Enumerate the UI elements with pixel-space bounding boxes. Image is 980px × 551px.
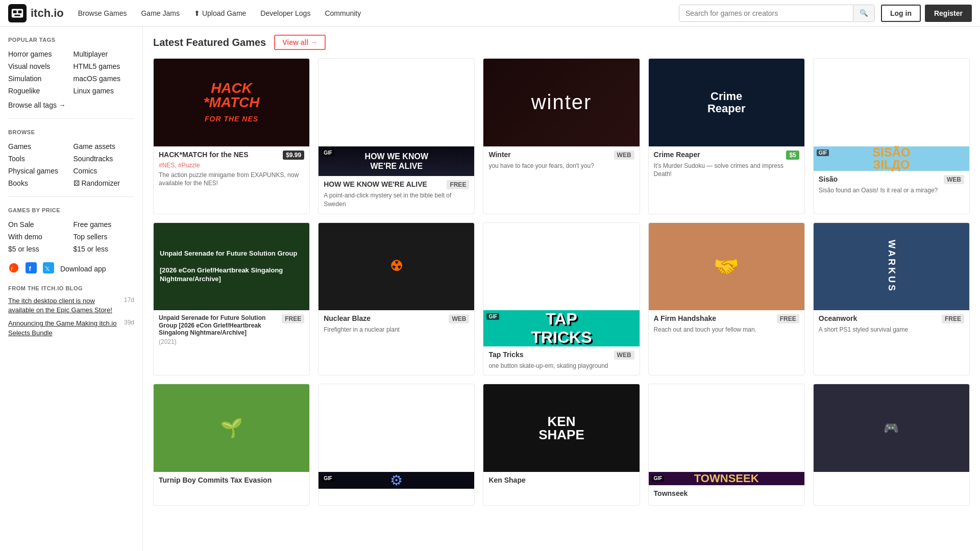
games-grid: HACK*MATCHFOR THE NES HACK*MATCH for the…	[153, 58, 970, 506]
price-with-demo[interactable]: With demo	[8, 232, 69, 242]
game-card-winter[interactable]: winter Winter WEB you have to face your …	[483, 58, 640, 214]
svg-rect-1	[13, 10, 17, 13]
browse-randomizer[interactable]: ⚄ Randomizer	[74, 178, 135, 188]
gif-badge-townseek: GIF	[652, 475, 665, 482]
blog-item-1-link[interactable]: The itch desktop client is now available…	[8, 296, 120, 315]
game-card-how-we-know[interactable]: GIF HOW WE KNOWWE'RE ALIVE HOW WE KNOW W…	[318, 58, 475, 214]
game-desc-handshake: Reach out and touch your fellow man.	[654, 325, 799, 334]
game-card-hack-match[interactable]: HACK*MATCHFOR THE NES HACK*MATCH for the…	[153, 58, 310, 214]
svg-rect-6	[26, 262, 37, 273]
game-card-handshake[interactable]: 🤝 A Firm Handshake FREE Reach out and to…	[648, 222, 805, 376]
game-info-unpaid: Unpaid Serenade for Future Solution Grou…	[154, 310, 309, 350]
popular-tags-grid: Horror games Multiplayer Visual novels H…	[8, 49, 134, 96]
game-price-unpaid: FREE	[282, 314, 304, 323]
game-info-handshake: A Firm Handshake FREE Reach out and touc…	[649, 310, 804, 339]
browse-games[interactable]: Games	[8, 141, 69, 152]
blog-item-2-link[interactable]: Announcing the Game Making itch.io Selec…	[8, 319, 120, 337]
game-info-tap: Tap Tricks WEB one button skate-up-em, s…	[483, 346, 639, 375]
price-top-sellers[interactable]: Top sellers	[74, 232, 135, 242]
search-input[interactable]	[679, 5, 853, 21]
tag-html5-games[interactable]: HTML5 games	[74, 61, 135, 71]
tag-horror-games[interactable]: Horror games	[8, 49, 69, 59]
nav-browse-games[interactable]: Browse Games	[72, 5, 133, 21]
download-app-link[interactable]: Download app	[60, 265, 106, 273]
tag-roguelike[interactable]: Roguelike	[8, 86, 69, 96]
game-card-sisao[interactable]: GIF SISÃOЗILДО Sisão WEB Sisão found an …	[813, 58, 970, 214]
game-card-nuclear[interactable]: ☢ Nuclear Blaze WEB Firefighter in a nuc…	[318, 222, 475, 376]
game-thumb-hack-match: HACK*MATCHFOR THE NES	[154, 59, 309, 146]
game-thumb-unpaid: Unpaid Serenade for Future Solution Grou…	[154, 223, 309, 311]
game-info-ocean: Oceanwork FREE A short PS1 styled surviv…	[814, 310, 969, 339]
price-15-or-less[interactable]: $15 or less	[74, 244, 135, 254]
game-title-how: HOW WE KNOW WE'RE ALIVE	[324, 180, 427, 189]
game-card-extra[interactable]: 🎮	[813, 384, 970, 505]
browse-tools[interactable]: Tools	[8, 154, 69, 164]
gif-badge-dark: GIF	[322, 475, 334, 482]
svg-text:𝕏: 𝕏	[45, 265, 50, 272]
game-card-crime-reaper[interactable]: CrimeReaper Crime Reaper $5 It's Murder …	[648, 58, 805, 214]
price-on-sale[interactable]: On Sale	[8, 219, 69, 230]
browse-comics[interactable]: Comics	[74, 166, 135, 176]
browse-title: BROWSE	[8, 129, 134, 135]
game-title-nuclear: Nuclear Blaze	[324, 314, 371, 323]
tag-macos-games[interactable]: macOS games	[74, 73, 135, 84]
gif-badge-tap: GIF	[486, 313, 499, 320]
game-card-unpaid[interactable]: Unpaid Serenade for Future Solution Grou…	[153, 222, 310, 376]
game-title-ken: Ken Shape	[488, 476, 525, 485]
browse-physical-games[interactable]: Physical games	[8, 166, 69, 176]
game-thumb-ocean: WARKUS	[814, 223, 969, 311]
game-info-nuclear: Nuclear Blaze WEB Firefighter in a nucle…	[318, 310, 474, 339]
tag-multiplayer[interactable]: Multiplayer	[74, 49, 135, 59]
nav-developer-logs[interactable]: Developer Logs	[254, 5, 316, 21]
svg-text:f: f	[29, 265, 31, 272]
browse-soundtracks[interactable]: Soundtracks	[74, 154, 135, 164]
tag-simulation[interactable]: Simulation	[8, 73, 69, 84]
game-thumb-winter: winter	[483, 59, 639, 146]
tag-linux-games[interactable]: Linux games	[74, 86, 135, 96]
game-thumb-dark: GIF ⚙	[318, 384, 474, 489]
game-price-winter: WEB	[614, 151, 634, 160]
game-thumb-sisao: GIF SISÃOЗILДО	[814, 59, 969, 171]
game-thumb-tap: GIF TAPTRICKS	[483, 223, 639, 346]
twitter-link[interactable]: 𝕏	[43, 262, 54, 275]
game-title-ocean: Oceanwork	[819, 314, 857, 323]
price-free-games[interactable]: Free games	[74, 219, 135, 230]
browse-books[interactable]: Books	[8, 178, 69, 188]
browse-game-assets[interactable]: Game assets	[74, 141, 135, 152]
page-layout: POPULAR TAGS Horror games Multiplayer Vi…	[0, 27, 980, 551]
logo-text: itch.io	[31, 7, 64, 20]
game-info-winter: Winter WEB you have to face your fears, …	[483, 146, 639, 176]
nav-upload-game[interactable]: ⬆ Upload Game	[188, 5, 252, 21]
nav-game-jams[interactable]: Game Jams	[135, 5, 185, 21]
game-info-extra	[814, 472, 969, 481]
game-desc-tap: one button skate-up-em, skating playgrou…	[488, 362, 634, 370]
reddit-link[interactable]: r	[8, 262, 19, 275]
browse-all-tags-link[interactable]: Browse all tags →	[8, 100, 134, 110]
price-5-or-less[interactable]: $5 or less	[8, 244, 69, 254]
game-price-tap: WEB	[614, 350, 634, 360]
game-year-unpaid: (2021)	[159, 338, 304, 345]
divider-2	[8, 196, 134, 197]
game-card-tap-tricks[interactable]: GIF TAPTRICKS Tap Tricks WEB one button …	[483, 222, 640, 376]
game-card-turnip[interactable]: 🌱 Turnip Boy Commits Tax Evasion	[153, 384, 310, 505]
divider-1	[8, 118, 134, 119]
section-title: Latest Featured Games	[153, 37, 266, 48]
game-card-ken-shape[interactable]: KENSHAPE Ken Shape	[483, 384, 640, 505]
register-button[interactable]: Register	[925, 5, 972, 22]
login-button[interactable]: Log in	[881, 5, 921, 22]
game-card-dark[interactable]: GIF ⚙	[318, 384, 475, 505]
game-info-turnip: Turnip Boy Commits Tax Evasion	[154, 472, 309, 492]
facebook-link[interactable]: f	[26, 262, 37, 275]
nav-community[interactable]: Community	[318, 5, 367, 21]
nav-auth: Log in Register	[881, 5, 972, 22]
view-all-button[interactable]: View all →	[274, 35, 326, 50]
game-price-crime: $5	[786, 151, 799, 160]
logo-link[interactable]: itch.io	[8, 4, 64, 22]
game-info-dark	[318, 489, 474, 500]
game-price-how: FREE	[447, 180, 469, 189]
search-button[interactable]: 🔍	[853, 5, 874, 21]
game-title-tap: Tap Tricks	[488, 350, 523, 359]
tag-visual-novels[interactable]: Visual novels	[8, 61, 69, 71]
game-card-oceanwork[interactable]: WARKUS Oceanwork FREE A short PS1 styled…	[813, 222, 970, 376]
game-card-townseek[interactable]: GIF TOWNSEEK Townseek	[648, 384, 805, 505]
